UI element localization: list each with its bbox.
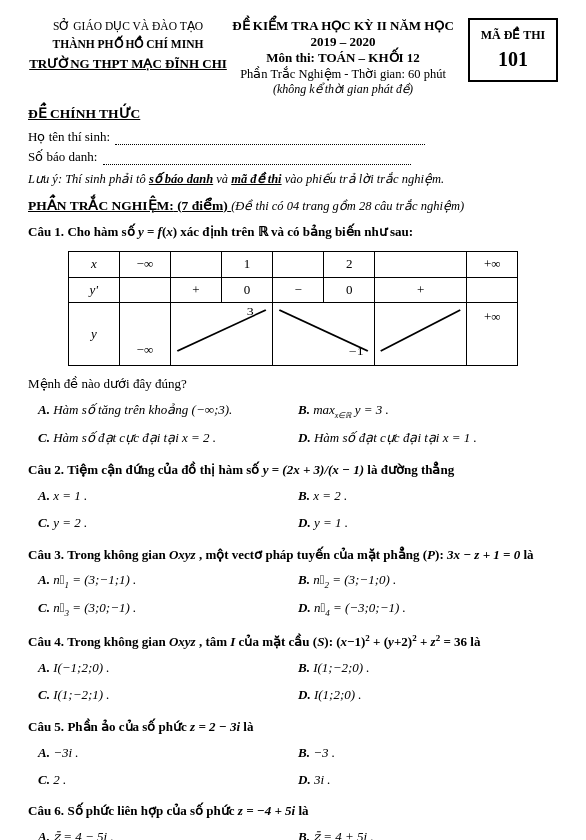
answer-2a: A. x = 1 .: [38, 485, 298, 508]
cau-5-title: Câu 5. Phần ảo của số phức z = 2 − 3i là: [28, 717, 558, 738]
ma-de-label: MÃ ĐỀ THI: [480, 26, 546, 44]
phan-detail: (Đề thi có 04 trang gồm 28 câu trắc nghi…: [231, 199, 464, 213]
answer-4b: B. I(1;−2;0) .: [298, 657, 558, 680]
ho-ten-row: Họ tên thí sinh:: [28, 128, 558, 145]
bien-thien-table: x −∞ 1 2 +∞ y' + 0 − 0 + y −∞: [68, 251, 519, 366]
answer-5c: C. 2 .: [38, 769, 298, 792]
luu-y: Lưu ý: Thí sinh phải tô số báo danh và m…: [28, 171, 558, 187]
cau-1-answers: A. Hàm số tăng trên khoảng (−∞;3). B. ma…: [38, 399, 558, 450]
cau-3-title: Câu 3. Trong không gian Oxyz , một vectơ…: [28, 545, 558, 566]
answer-5b: B. −3 .: [298, 742, 558, 765]
subject-title: Môn thi: TOÁN – KHỐI 12: [228, 50, 458, 66]
cau-6-title: Câu 6. Số phức liên hợp của số phức z = …: [28, 801, 558, 822]
ministry-label: SỞ GIÁO DỤC VÀ ĐÀO TẠO: [28, 18, 228, 36]
answer-3b: B. n⃗2 = (3;−1;0) .: [298, 569, 558, 593]
time-note: (không kể thời gian phát đề): [228, 82, 458, 97]
answer-2d: D. y = 1 .: [298, 512, 558, 535]
answer-2b: B. x = 2 .: [298, 485, 558, 508]
de-chinh-thuc: ĐỀ CHÍNH THỨC: [28, 105, 558, 122]
cau-1: Câu 1. Cho hàm số y = f(x) xác định trên…: [28, 222, 558, 450]
cau-6: Câu 6. Số phức liên hợp của số phức z = …: [28, 801, 558, 840]
page-header: SỞ GIÁO DỤC VÀ ĐÀO TẠO THÀNH PHỐ HỒ CHÍ …: [28, 18, 558, 97]
answer-4d: D. I(1;2;0) .: [298, 684, 558, 707]
answer-3d: D. n⃗4 = (−3;0;−1) .: [298, 597, 558, 621]
city-label: THÀNH PHỐ HỒ CHÍ MINH: [28, 36, 228, 54]
exam-info: ĐỀ KIỂM TRA HỌC KỲ II NĂM HỌC 2019 – 202…: [228, 18, 458, 97]
so-bao-danh-label: Số báo danh:: [28, 149, 97, 164]
cau-4-title: Câu 4. Trong không gian Oxyz , tâm I của…: [28, 631, 558, 653]
ma-de-number: 101: [480, 44, 546, 74]
answer-5a: A. −3i .: [38, 742, 298, 765]
arrow-up2-svg: [375, 303, 466, 358]
answer-1d: D. Hàm số đạt cực đại tại x = 1 .: [298, 427, 558, 450]
ma-de-box: MÃ ĐỀ THI 101: [468, 18, 558, 82]
answer-1b: B. maxx∈ℝ y = 3 .: [298, 399, 558, 423]
arrow-up-svg: 3: [171, 303, 272, 358]
cau-3: Câu 3. Trong không gian Oxyz , một vectơ…: [28, 545, 558, 622]
phan-title: PHẦN TRẮC NGHIỆM: (7 điểm): [28, 198, 231, 213]
school-info: SỞ GIÁO DỤC VÀ ĐÀO TẠO THÀNH PHỐ HỒ CHÍ …: [28, 18, 228, 74]
ho-ten-label: Họ tên thí sinh:: [28, 129, 110, 144]
answer-1c: C. Hàm số đạt cực đại tại x = 2 .: [38, 427, 298, 450]
cau-5-answers: A. −3i . B. −3 . C. 2 . D. 3i .: [38, 742, 558, 792]
svg-text:−1: −1: [349, 346, 364, 358]
school-label: TRƯỜNG THPT MẠC ĐĨNH CHI: [28, 54, 228, 74]
cau-3-answers: A. n⃗1 = (3;−1;1) . B. n⃗2 = (3;−1;0) . …: [38, 569, 558, 621]
exam-title: ĐỀ KIỂM TRA HỌC KỲ II NĂM HỌC 2019 – 202…: [228, 18, 458, 50]
svg-text:3: 3: [247, 306, 254, 318]
answer-6b: B. z̄ = 4 + 5i .: [298, 826, 558, 840]
cau-1-menh-de: Mệnh đề nào dưới đây đúng?: [28, 374, 558, 395]
answer-4c: C. I(1;−2;1) .: [38, 684, 298, 707]
phan-header: PHẦN TRẮC NGHIỆM: (7 điểm) (Đề thi có 04…: [28, 197, 558, 214]
cau-2-title: Câu 2. Tiệm cận đứng của đồ thị hàm số y…: [28, 460, 558, 481]
arrow-down-svg: −1: [273, 303, 374, 358]
svg-line-4: [381, 310, 461, 351]
cau-2: Câu 2. Tiệm cận đứng của đồ thị hàm số y…: [28, 460, 558, 534]
cau-4-answers: A. I(−1;2;0) . B. I(1;−2;0) . C. I(1;−2;…: [38, 657, 558, 707]
cau-2-answers: A. x = 1 . B. x = 2 . C. y = 2 . D. y = …: [38, 485, 558, 535]
so-bao-danh-row: Số báo danh:: [28, 148, 558, 165]
time-info: Phần Trắc Nghiệm - Thời gian: 60 phút: [228, 66, 458, 82]
cau-5: Câu 5. Phần ảo của số phức z = 2 − 3i là…: [28, 717, 558, 791]
answer-1a: A. Hàm số tăng trên khoảng (−∞;3).: [38, 399, 298, 423]
answer-6a: A. z̄ = 4 − 5i .: [38, 826, 298, 840]
cau-1-title: Câu 1. Cho hàm số y = f(x) xác định trên…: [28, 222, 558, 243]
answer-2c: C. y = 2 .: [38, 512, 298, 535]
answer-3a: A. n⃗1 = (3;−1;1) .: [38, 569, 298, 593]
answer-5d: D. 3i .: [298, 769, 558, 792]
cau-4: Câu 4. Trong không gian Oxyz , tâm I của…: [28, 631, 558, 707]
answer-3c: C. n⃗3 = (3;0;−1) .: [38, 597, 298, 621]
answer-4a: A. I(−1;2;0) .: [38, 657, 298, 680]
cau-6-answers: A. z̄ = 4 − 5i . B. z̄ = 4 + 5i . C. z̄ …: [38, 826, 558, 840]
